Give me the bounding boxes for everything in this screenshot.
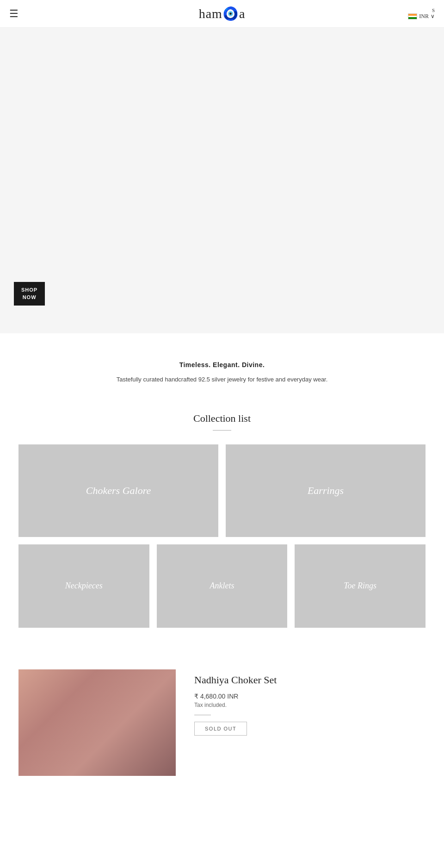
tagline-section: Timeless. Elegant. Divine. Tastefully cu… [0,333,444,408]
tagline-sub: Tastefully curated handcrafted 92.5 silv… [18,375,426,385]
flag-icon [408,13,417,19]
collection-card-earrings-label: Earrings [308,485,344,497]
currency-selector[interactable]: INR ∨ [408,13,435,20]
hero-content: SHOP NOW [14,282,45,306]
logo-leaf-icon: 🧿 [222,6,239,21]
collection-section: Collection list Chokers Galore Earrings … [0,408,444,651]
collection-divider [213,430,231,431]
product-tax: Tax included. [194,702,426,708]
hero-section: SHOP NOW [0,28,444,333]
shop-now-button[interactable]: SHOP NOW [14,282,45,306]
product-image-placeholder [18,669,176,776]
product-details: Nadhiya Choker Set ₹ 4,680.00 INR Tax in… [176,669,426,736]
tagline-main: Timeless. Elegant. Divine. [18,361,426,368]
search-label[interactable]: S [432,7,435,13]
product-section: Nadhiya Choker Set ₹ 4,680.00 INR Tax in… [0,651,444,785]
menu-icon[interactable]: ☰ [9,9,18,19]
logo-text-after: a [239,6,245,21]
product-image[interactable] [18,669,176,776]
collection-row-2: Neckpieces Anklets Toe Rings [18,544,426,628]
collection-card-toe-rings-label: Toe Rings [344,581,376,591]
header-right: S INR ∨ [408,7,435,20]
product-price: ₹ 4,680.00 INR [194,693,426,700]
product-price-divider [194,715,211,715]
collection-card-anklets[interactable]: Anklets [157,544,288,628]
currency-label: INR [419,13,429,20]
collection-card-chokers-label: Chokers Galore [86,485,151,497]
collection-row-1: Chokers Galore Earrings [18,444,426,537]
collection-card-earrings[interactable]: Earrings [226,444,426,537]
collection-card-toe-rings[interactable]: Toe Rings [295,544,426,628]
collection-card-neckpieces-label: Neckpieces [65,581,103,591]
collection-card-neckpieces[interactable]: Neckpieces [18,544,149,628]
product-name: Nadhiya Choker Set [194,674,426,686]
collection-card-chokers[interactable]: Chokers Galore [18,444,218,537]
sold-out-button: SOLD OUT [194,722,247,736]
site-logo[interactable]: ham🧿a [199,6,246,21]
collection-title: Collection list [18,412,426,425]
logo-text-before: ham [199,6,222,21]
currency-chevron-icon: ∨ [431,13,435,20]
header: ☰ ham🧿a S INR ∨ [0,0,444,28]
collection-card-anklets-label: Anklets [210,581,234,591]
